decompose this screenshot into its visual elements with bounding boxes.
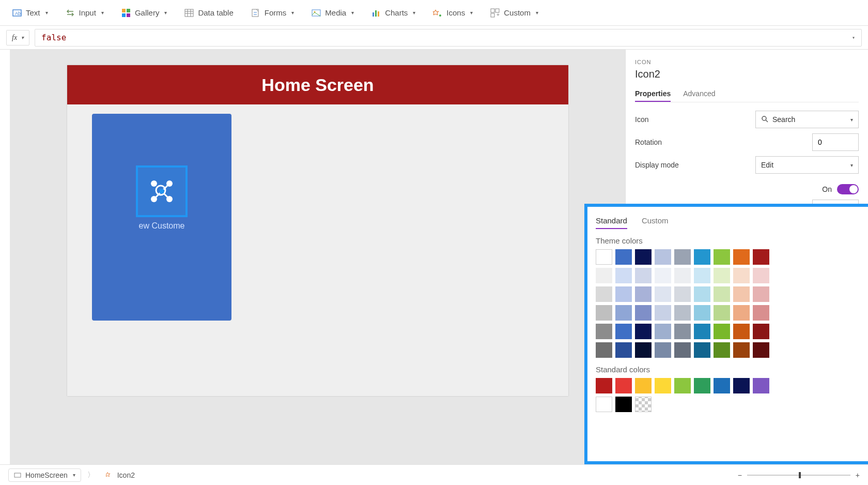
- ribbon-text[interactable]: Abc Text ▾: [5, 5, 55, 21]
- card[interactable]: ew Custome: [92, 114, 231, 321]
- color-swatch[interactable]: [714, 305, 730, 321]
- colorpicker-tab-standard[interactable]: Standard: [596, 213, 627, 229]
- color-swatch[interactable]: [596, 378, 612, 393]
- color-swatch[interactable]: [596, 342, 612, 358]
- color-swatch[interactable]: [615, 397, 632, 412]
- color-swatch[interactable]: [714, 268, 730, 283]
- color-swatch[interactable]: [674, 268, 691, 283]
- color-swatch[interactable]: [615, 249, 632, 265]
- color-swatch[interactable]: [733, 378, 750, 393]
- color-swatch[interactable]: [596, 305, 612, 321]
- displaymode-selector[interactable]: Edit ▾: [755, 156, 859, 174]
- color-swatch[interactable]: [635, 397, 652, 412]
- ribbon-datatable[interactable]: Data table: [177, 5, 240, 21]
- ribbon-input[interactable]: Input ▾: [58, 5, 111, 21]
- formula-value: false: [41, 33, 66, 42]
- color-swatch[interactable]: [635, 249, 652, 265]
- zoom-out[interactable]: −: [738, 471, 742, 479]
- color-swatch[interactable]: [753, 324, 769, 339]
- color-swatch[interactable]: [674, 286, 691, 302]
- zoom-in[interactable]: +: [856, 471, 860, 479]
- color-swatch[interactable]: [635, 286, 652, 302]
- ribbon-media[interactable]: Media ▾: [304, 5, 361, 21]
- rotation-input[interactable]: [812, 133, 859, 151]
- ribbon-charts[interactable]: Charts ▾: [364, 5, 423, 21]
- color-swatch[interactable]: [655, 286, 671, 302]
- color-swatch[interactable]: [753, 378, 769, 393]
- tab-advanced[interactable]: Advanced: [683, 86, 715, 102]
- color-swatch[interactable]: [674, 342, 691, 358]
- color-swatch[interactable]: [733, 324, 750, 339]
- svg-rect-5: [127, 13, 130, 17]
- icon-selector[interactable]: Search ▾: [755, 111, 859, 128]
- color-swatch[interactable]: [674, 378, 691, 393]
- formula-input[interactable]: false ▾: [35, 29, 862, 47]
- ribbon-forms[interactable]: Forms ▾: [244, 5, 302, 21]
- color-swatch[interactable]: [655, 378, 671, 393]
- color-swatch[interactable]: [615, 286, 632, 302]
- color-swatch[interactable]: [694, 378, 710, 393]
- color-swatch[interactable]: [753, 342, 769, 358]
- color-swatch[interactable]: [714, 286, 730, 302]
- color-swatch[interactable]: [674, 249, 691, 265]
- color-swatch[interactable]: [615, 324, 632, 339]
- color-swatch[interactable]: [635, 324, 652, 339]
- color-swatch[interactable]: [655, 249, 671, 265]
- zoom-slider[interactable]: [747, 475, 850, 476]
- color-swatch[interactable]: [753, 249, 769, 265]
- color-swatch[interactable]: [714, 324, 730, 339]
- color-swatch[interactable]: [733, 342, 750, 358]
- color-swatch[interactable]: [733, 268, 750, 283]
- datatable-icon: [184, 8, 194, 18]
- color-swatch[interactable]: [635, 342, 652, 358]
- color-swatch[interactable]: [596, 268, 612, 283]
- color-swatch[interactable]: [753, 305, 769, 321]
- screen-canvas[interactable]: Home Screen ew Custome: [67, 65, 568, 396]
- ribbon-gallery[interactable]: Gallery ▾: [114, 5, 175, 21]
- color-swatch[interactable]: [714, 378, 730, 393]
- color-swatch[interactable]: [615, 342, 632, 358]
- color-swatch[interactable]: [655, 268, 671, 283]
- ribbon-icons[interactable]: Icons ▾: [426, 5, 480, 21]
- color-swatch[interactable]: [615, 268, 632, 283]
- color-swatch[interactable]: [753, 268, 769, 283]
- fx-selector[interactable]: fx ▾: [6, 30, 29, 46]
- color-swatch[interactable]: [733, 249, 750, 265]
- color-swatch[interactable]: [694, 268, 710, 283]
- color-swatch[interactable]: [615, 378, 632, 393]
- color-swatch[interactable]: [655, 324, 671, 339]
- color-swatch[interactable]: [714, 342, 730, 358]
- color-swatch[interactable]: [655, 305, 671, 321]
- color-swatch[interactable]: [596, 286, 612, 302]
- color-swatch[interactable]: [615, 305, 632, 321]
- color-swatch[interactable]: [596, 324, 612, 339]
- color-swatch[interactable]: [674, 305, 691, 321]
- standard-colors-label: Standard colors: [596, 365, 868, 374]
- color-swatch[interactable]: [694, 249, 710, 265]
- color-swatch[interactable]: [596, 249, 612, 265]
- color-swatch[interactable]: [694, 286, 710, 302]
- color-swatch[interactable]: [694, 342, 710, 358]
- color-swatch[interactable]: [635, 378, 652, 393]
- tab-properties[interactable]: Properties: [635, 86, 671, 102]
- color-swatch[interactable]: [596, 397, 612, 412]
- ribbon-custom[interactable]: + Custom ▾: [483, 5, 546, 21]
- color-swatch[interactable]: [635, 268, 652, 283]
- color-swatch[interactable]: [674, 324, 691, 339]
- color-swatch[interactable]: [635, 305, 652, 321]
- breadcrumb-object[interactable]: Icon2: [101, 469, 140, 481]
- color-swatch[interactable]: [733, 286, 750, 302]
- breadcrumb-screen-label: HomeScreen: [25, 471, 68, 479]
- colorpicker-tab-custom[interactable]: Custom: [642, 213, 669, 229]
- color-swatch[interactable]: [694, 305, 710, 321]
- svg-rect-4: [122, 13, 126, 17]
- color-swatch[interactable]: [714, 249, 730, 265]
- color-swatch[interactable]: [655, 342, 671, 358]
- color-swatch[interactable]: [694, 324, 710, 339]
- prop-displaymode-label: Display mode: [635, 161, 679, 169]
- selected-icon[interactable]: [136, 165, 188, 217]
- color-swatch[interactable]: [733, 305, 750, 321]
- visible-toggle[interactable]: [837, 184, 859, 194]
- color-swatch[interactable]: [753, 286, 769, 302]
- breadcrumb-screen[interactable]: HomeScreen ▾: [8, 468, 81, 482]
